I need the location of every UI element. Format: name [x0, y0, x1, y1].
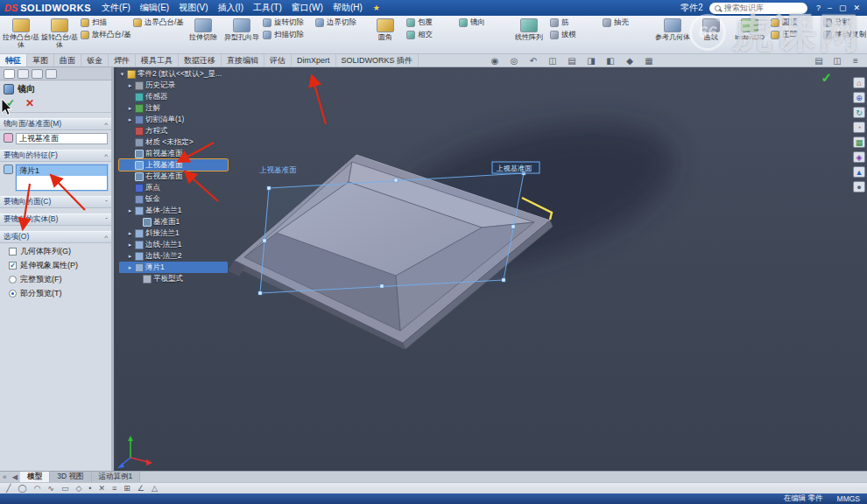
help-button[interactable]: ? — [816, 4, 821, 12]
command-tab[interactable]: 评估 — [264, 54, 292, 66]
ribbon-button[interactable]: 异型孔向导 — [222, 17, 261, 52]
ribbon-button[interactable]: Instant3D — [730, 17, 769, 52]
viewport-tool-icon[interactable]: ▲ — [853, 166, 865, 178]
viewport-tool-icon[interactable]: ◈ — [853, 151, 865, 163]
ribbon-button[interactable]: 圆顶 — [769, 17, 821, 29]
feature-tree-item[interactable]: 基准面1 — [119, 216, 228, 228]
ribbon-button[interactable]: 镜向 — [457, 17, 510, 29]
section-features-to-mirror[interactable]: 要镜向的特征(F) ^ — [0, 150, 111, 162]
ribbon-button[interactable]: 线性阵列 — [510, 17, 548, 52]
tree-expander-icon[interactable]: ▾ — [119, 71, 125, 78]
tree-expander-icon[interactable]: ▸ — [127, 253, 133, 260]
view-tool-icon[interactable]: ▤ — [566, 56, 578, 66]
ribbon-button[interactable]: 扫描切除 — [261, 29, 314, 41]
ribbon-button[interactable]: 拉伸切除 — [184, 17, 222, 52]
feature-tree-item[interactable]: ▸ 边线-法兰2 — [119, 250, 228, 262]
sketch-tool-icon[interactable]: ≡ — [112, 484, 116, 493]
view-tool-icon[interactable]: ◫ — [546, 56, 559, 66]
ribbon-button[interactable]: 扫描 — [79, 17, 131, 29]
tab-scroll-icon[interactable]: « — [0, 472, 10, 482]
menu-item[interactable]: 工具(T) — [249, 1, 286, 15]
tree-expander-icon[interactable]: ▸ — [127, 230, 133, 237]
ribbon-button[interactable]: 边界凸台/基体 — [131, 17, 184, 29]
sketch-tool-icon[interactable]: ╱ — [6, 484, 11, 493]
command-tab[interactable]: 特征 — [0, 54, 27, 66]
ribbon-button[interactable]: 旋转切除 — [261, 17, 314, 29]
cancel-button[interactable]: ✕ — [25, 97, 34, 109]
feature-tree-item[interactable]: ▸ 斜接法兰1 — [119, 228, 228, 239]
option-control[interactable] — [9, 262, 17, 270]
command-tab[interactable]: 焊件 — [109, 54, 136, 66]
minimize-button[interactable]: – — [828, 4, 832, 12]
feature-tree-item[interactable]: 上视基准面 — [119, 159, 228, 171]
feature-tree-item[interactable]: 传感器 — [119, 91, 228, 102]
configuration-tab[interactable] — [32, 69, 43, 79]
ribbon-button[interactable]: 旋转凸台/基体 — [40, 17, 79, 52]
feature-tree-item[interactable]: 方程式 — [119, 125, 228, 136]
sketch-tool-icon[interactable]: △ — [152, 484, 158, 493]
feature-tree-item[interactable]: 材质 <未指定> — [119, 136, 228, 148]
ribbon-button[interactable]: 移动/复制 — [821, 29, 867, 41]
viewport-tool-icon[interactable]: ⌂ — [853, 77, 865, 88]
search-box[interactable] — [709, 3, 807, 14]
command-tab[interactable]: DimXpert — [292, 54, 336, 66]
feature-tree-item[interactable]: ▸ 薄片1 — [119, 262, 228, 273]
option-row[interactable]: 延伸视象属性(P) — [0, 257, 111, 271]
view-tool-icon[interactable]: ◉ — [489, 56, 501, 66]
sketch-tool-icon[interactable]: ◠ — [34, 484, 41, 493]
menu-item[interactable]: 插入(I) — [214, 1, 248, 15]
section-bodies-to-mirror[interactable]: 要镜向的实体(B) ˇ — [0, 214, 111, 226]
ok-button[interactable]: ✓ — [6, 97, 15, 109]
option-row[interactable]: 完整预览(F) — [0, 271, 111, 285]
tree-expander-icon[interactable]: ▸ — [127, 264, 133, 271]
feature-tree-item[interactable]: ▾ 零件2 (默认<<默认>_显... — [119, 68, 228, 80]
model-tab[interactable]: 运动算例1 — [92, 472, 141, 482]
view-tool-icon[interactable]: ◆ — [624, 56, 636, 66]
confirmation-corner-check[interactable]: ✓ — [821, 70, 832, 86]
propertymanager-tab[interactable] — [18, 69, 29, 79]
command-tab[interactable]: 数据迁移 — [179, 54, 222, 66]
tree-expander-icon[interactable]: ▸ — [127, 116, 133, 123]
option-row[interactable]: 几何体阵列(G) — [0, 243, 111, 257]
ribbon-button[interactable]: 曲线 — [692, 17, 730, 52]
menu-item[interactable]: 帮助(H) — [328, 1, 367, 15]
sketch-tool-icon[interactable]: • — [88, 484, 91, 493]
tree-expander-icon[interactable]: ▸ — [127, 207, 133, 214]
feature-tree-item[interactable]: 平板型式 — [119, 273, 228, 284]
command-tab[interactable]: 曲面 — [54, 54, 81, 66]
features-listbox[interactable]: 薄片1 — [16, 164, 108, 191]
tree-expander-icon[interactable]: ▸ — [127, 82, 133, 89]
view-tool-icon[interactable]: ▦ — [643, 56, 655, 66]
view-tool-icon[interactable]: ◎ — [508, 56, 520, 66]
sketch-tool-icon[interactable]: ✕ — [99, 484, 106, 493]
viewport-tool-icon[interactable]: ● — [853, 181, 865, 192]
sketch-tool-icon[interactable]: ◇ — [75, 484, 81, 493]
graphics-viewport[interactable]: 上视基准面 上视基准面 — [116, 67, 867, 471]
ribbon-button[interactable]: 圆角 — [366, 17, 405, 52]
ribbon-button[interactable]: 相交 — [405, 29, 457, 41]
tab-scroll-icon[interactable]: ◀ — [10, 472, 21, 482]
feature-tree-item[interactable]: 原点 — [119, 182, 228, 193]
featuremanager-tab[interactable] — [4, 69, 15, 79]
feature-tree-item[interactable]: ▸ 切割清单(1) — [119, 114, 228, 125]
panel-tool-icon[interactable]: ◫ — [831, 56, 843, 66]
menu-item[interactable]: 编辑(E) — [136, 1, 173, 15]
viewport-tool-icon[interactable]: ▦ — [853, 136, 865, 148]
section-options[interactable]: 选项(O) ^ — [0, 231, 111, 243]
menu-item[interactable]: 文件(F) — [97, 1, 135, 15]
menu-item[interactable]: 窗口(W) — [287, 1, 328, 15]
sketch-tool-icon[interactable]: ◯ — [18, 484, 26, 493]
sketch-tool-icon[interactable]: ▭ — [61, 484, 69, 493]
features-list-item[interactable]: 薄片1 — [17, 165, 107, 176]
viewport-tool-icon[interactable]: ◔ — [853, 122, 865, 133]
close-button[interactable]: ✕ — [853, 4, 860, 12]
menu-item[interactable]: 视图(V) — [174, 1, 212, 15]
tree-expander-icon[interactable]: ▸ — [127, 105, 133, 112]
option-control[interactable] — [9, 248, 17, 256]
feature-tree-item[interactable]: 钣金 — [119, 193, 228, 205]
section-mirror-plane[interactable]: 镜向面/基准面(M) ^ — [0, 118, 111, 130]
feature-tree-item[interactable]: 右视基准面 — [119, 171, 228, 182]
maximize-button[interactable]: ▢ — [839, 4, 847, 12]
ribbon-button[interactable]: 抽壳 — [601, 17, 653, 29]
ribbon-button[interactable]: 压凹 — [769, 29, 821, 41]
